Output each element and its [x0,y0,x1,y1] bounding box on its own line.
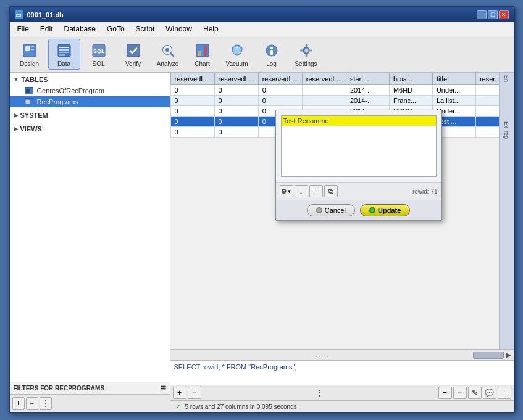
toolbar-sql-button[interactable]: SQL SQL [83,39,115,70]
table-icon-genres: ▦ [25,87,33,94]
views-arrow: ▶ [14,126,18,132]
cell: 0 [170,106,214,117]
sidebar-item-recprograms[interactable]: ▦ RecPrograms [10,96,170,107]
menu-bar: File Edit Database GoTo Script Window He… [10,22,514,36]
resize-handle[interactable]: ⋮ [316,389,324,397]
right-hint-ex: Ex [503,121,509,128]
popup-up-button[interactable]: ↑ [309,185,323,197]
cell [475,127,498,138]
cell: M6HD [389,85,432,96]
minimize-button[interactable]: — [477,10,487,19]
cell: Under... [432,85,475,96]
h-scrollbar-thumb[interactable] [473,352,504,359]
right-panel: En Ex reg [499,73,514,349]
content-remove-button[interactable]: − [188,387,201,399]
cell [475,85,498,96]
col-reserved3: reservedL... [258,73,302,85]
filter-label: FILTERS FOR RECPROGRAMS [14,385,105,392]
toolbar-data-button[interactable]: Data [48,39,80,70]
svg-rect-8 [59,54,65,56]
filter-menu-icon: ☰ [161,385,166,392]
menu-edit[interactable]: Edit [35,23,58,35]
scroll-arrow[interactable]: ▶ [506,352,511,358]
settings-icon [298,42,315,59]
menu-help[interactable]: Help [198,23,224,35]
update-label: Update [378,207,401,214]
toolbar-design-button[interactable]: Design [14,39,46,70]
popup-external-button[interactable]: ⧉ [324,185,338,197]
svg-text:SQL: SQL [93,48,105,54]
tables-header[interactable]: ▼ TABLES [10,74,170,85]
content-ctrl-minus2[interactable]: − [453,387,467,399]
cell: La list... [432,96,475,106]
popup-down-button[interactable]: ↓ [295,185,308,197]
menu-script[interactable]: Script [131,23,160,35]
svg-rect-2 [31,46,34,47]
content-cloud-button[interactable]: ↑ [498,387,511,399]
status-ok-icon: ✓ [175,402,182,411]
cell: 0 [170,127,214,138]
table-header-row: reservedL... reservedL... reservedL... r… [170,73,499,85]
table-row[interactable]: 0 0 0 2014-... M6HD Under... [170,85,499,96]
svg-rect-27 [305,44,307,47]
system-section: ▶ SYSTEM [10,109,170,122]
sidebar: ▼ TABLES ▦ GenresOfRecProgram ▦ RecProgr… [10,73,170,412]
genres-label: GenresOfRecProgram [37,87,104,94]
popup-settings-button[interactable]: ⚙▼ [280,185,293,197]
content-comment-button[interactable]: 💬 [483,387,496,399]
content-resize: ⋮ [203,387,437,399]
svg-point-15 [165,48,169,52]
svg-rect-1 [25,46,30,51]
cell: 0 [214,127,258,138]
popup-buttons: Cancel Update [276,200,441,220]
views-header[interactable]: ▶ VIEWS [10,123,170,134]
cancel-radio [316,207,322,213]
sidebar-item-genresofrecprogram[interactable]: ▦ GenresOfRecProgram [10,85,170,96]
svg-point-23 [270,47,273,49]
sidebar-add-button[interactable]: + [12,397,25,410]
design-label: Design [20,60,39,67]
close-button[interactable]: ✕ [499,10,509,19]
svg-rect-5 [59,47,69,48]
chart-label: Chart [195,60,209,67]
toolbar-settings-button[interactable]: Settings [290,39,322,70]
toolbar-log-button[interactable]: Log [256,39,288,70]
content-edit-button[interactable]: ✎ [468,387,482,399]
sidebar-resize-button[interactable]: ⋮ [40,397,52,410]
svg-rect-28 [305,54,307,57]
sql-icon: SQL [90,42,107,59]
content-ctrl-add2[interactable]: + [438,387,452,399]
popup-tools: ⚙▼ ↓ ↑ ⧉ [280,185,338,197]
menu-window[interactable]: Window [161,23,197,35]
toolbar-chart-button[interactable]: Chart [186,39,219,70]
title-bar: 🗃 0001_01.db — ☐ ✕ [10,7,514,22]
table-row[interactable]: 0 0 0 2014-... Franc... La list... [170,96,499,106]
sql-bar: SELECT rowid, * FROM "RecPrograms"; [170,360,514,385]
tables-section: ▼ TABLES ▦ GenresOfRecProgram ▦ RecProgr… [10,73,170,109]
menu-file[interactable]: File [12,23,34,35]
cell: 0 [170,96,214,106]
menu-goto[interactable]: GoTo [102,23,130,35]
popup-toolbar: ⚙▼ ↓ ↑ ⧉ rowid: 71 [276,182,441,200]
cell: 0 [214,106,258,117]
content-add-button[interactable]: + [173,387,186,399]
system-header[interactable]: ▶ SYSTEM [10,110,170,121]
maximize-button[interactable]: ☐ [488,10,498,19]
svg-point-26 [304,49,308,52]
update-button[interactable]: Update [360,204,410,216]
settings-label: Settings [295,60,317,67]
popup-rowid: rowid: 71 [412,188,438,195]
sql-label: SQL [92,60,104,67]
title-bar-left: 🗃 0001_01.db [15,10,64,19]
cancel-button[interactable]: Cancel [307,204,355,216]
toolbar-vacuum-button[interactable]: Vacuum [221,39,253,70]
menu-database[interactable]: Database [59,23,101,35]
cell: 0 [214,117,258,127]
sidebar-remove-button[interactable]: − [26,397,38,410]
svg-rect-3 [31,49,34,50]
col-broa: broa... [389,73,432,85]
toolbar-verify-button[interactable]: Verify [117,39,149,70]
svg-rect-18 [201,49,204,56]
toolbar-analyze-button[interactable]: Analyze [152,39,184,70]
cell [475,117,498,127]
